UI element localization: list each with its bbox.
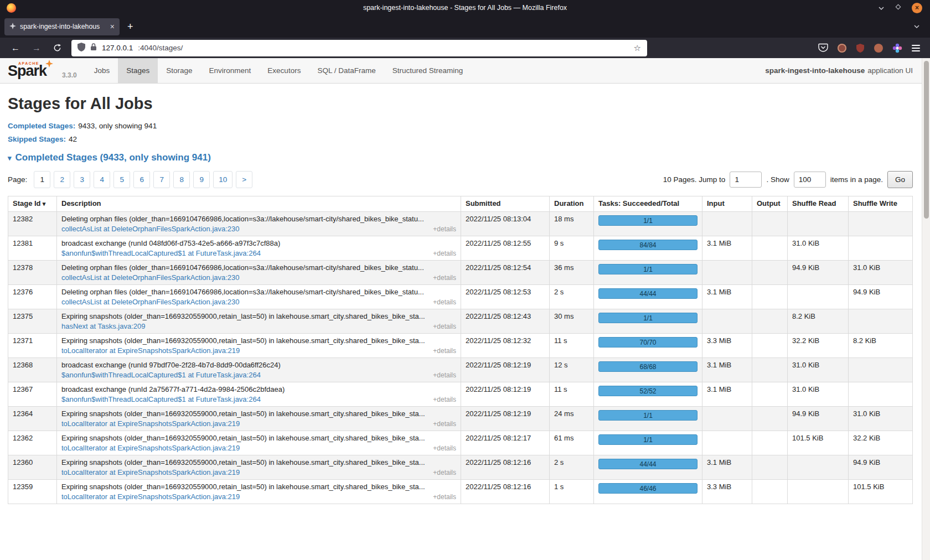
page-button-2[interactable]: 2 [54,171,70,188]
page-size-input[interactable] [794,172,826,188]
tab-close-icon[interactable]: × [110,22,115,31]
reload-icon[interactable] [48,44,67,52]
close-button[interactable]: × [912,3,922,13]
menu-icon[interactable] [912,45,920,51]
sort-desc-icon: ▾ [41,200,46,207]
stage-callsite-link[interactable]: $anonfun$withThreadLocalCaptured$1 at Fu… [61,395,261,403]
spark-logo[interactable]: APACHE Spark [7,58,62,83]
stage-callsite-link[interactable]: hasNext at Tasks.java:209 [61,322,146,330]
details-toggle[interactable]: +details [433,396,456,403]
table-row: 12368 broadcast exchange (runId 97bdf70e… [8,358,913,382]
duration-cell: 12 s [550,358,594,382]
output-cell [752,382,788,407]
minimize-button[interactable] [878,3,885,13]
stage-callsite-link[interactable]: collectAsList at DeleteOrphanFilesSparkA… [61,273,240,282]
page-button-9[interactable]: 9 [193,171,210,188]
maximize-button[interactable] [895,3,902,13]
stage-description: Deleting orphan files (older_than=166910… [61,215,456,223]
column-header-duration[interactable]: Duration [550,196,594,212]
tasks-progress-bar: 52/52 [598,386,698,396]
page-button-10[interactable]: 10 [213,171,232,188]
forward-button[interactable]: → [27,43,46,53]
details-toggle[interactable]: +details [433,420,456,428]
next-page-button[interactable]: > [236,171,252,188]
bookmark-star-icon[interactable]: ☆ [634,43,641,53]
column-header-shuffle-write[interactable]: Shuffle Write [849,196,913,212]
stage-callsite-link[interactable]: toLocalIterator at ExpireSnapshotsSparkA… [61,419,240,428]
column-header-stage-id[interactable]: Stage Id ▾ [8,196,57,212]
stage-callsite-link[interactable]: collectAsList at DeleteOrphanFilesSparkA… [61,225,240,233]
extension-pinwheel-icon[interactable] [892,43,902,53]
account-avatar-icon[interactable] [838,44,846,53]
lock-icon[interactable] [90,43,97,53]
back-button[interactable]: ← [6,43,25,53]
nav-item-sql-dataframe[interactable]: SQL / DataFrame [309,58,384,83]
stage-callsite-link[interactable]: toLocalIterator at ExpireSnapshotsSparkA… [61,468,240,476]
nav-item-environment[interactable]: Environment [201,58,260,83]
list-all-tabs-icon[interactable] [913,24,926,29]
go-button[interactable]: Go [887,171,913,188]
completed-stages-summary: Completed Stages:9433, only showing 941 [8,122,913,130]
pocket-icon[interactable] [818,43,828,53]
nav-item-jobs[interactable]: Jobs [86,58,118,83]
output-cell [752,455,788,480]
output-cell [752,334,788,358]
column-header-tasks-succeeded-total[interactable]: Tasks: Succeeded/Total [594,196,702,212]
details-toggle[interactable]: +details [433,250,456,257]
shuffle-write-cell [849,358,913,382]
description-cell: broadcast exchange (runId 2a75677f-a771-… [57,382,461,407]
details-toggle[interactable]: +details [433,444,456,452]
details-toggle[interactable]: +details [433,298,456,306]
page-button-1[interactable]: 1 [34,171,50,188]
details-toggle[interactable]: +details [433,225,456,233]
adblock-shield-icon[interactable] [856,44,865,53]
page-button-6[interactable]: 6 [133,171,150,188]
details-toggle[interactable]: +details [433,347,456,355]
nav-item-storage[interactable]: Storage [158,58,200,83]
scrollbar-thumb[interactable] [924,61,929,219]
input-cell: 3.1 MiB [702,455,752,480]
stage-callsite-link[interactable]: $anonfun$withThreadLocalCaptured$1 at Fu… [61,249,261,257]
column-header-shuffle-read[interactable]: Shuffle Read [788,196,849,212]
completed-stages-section-toggle[interactable]: ▾ Completed Stages (9433, only showing 9… [8,152,913,163]
stage-callsite-link[interactable]: collectAsList at DeleteOrphanFilesSparkA… [61,298,240,306]
scrollbar-track[interactable] [922,58,930,560]
stage-id-cell: 12378 [8,261,57,285]
output-cell [752,236,788,261]
profile-avatar-icon[interactable] [874,44,883,53]
shuffle-write-cell: 31.0 KiB [849,261,913,285]
jump-page-input[interactable] [730,172,762,188]
browser-tab[interactable]: spark-ingest-into-lakehous × [4,18,120,35]
details-toggle[interactable]: +details [433,493,456,501]
shuffle-read-cell: 94.9 KiB [788,407,849,431]
tracking-shield-icon[interactable] [78,43,85,54]
page-button-7[interactable]: 7 [153,171,170,188]
stage-id-cell: 12382 [8,212,57,236]
completed-stages-link[interactable]: Completed Stages: [8,122,75,130]
stage-callsite-link[interactable]: toLocalIterator at ExpireSnapshotsSparkA… [61,492,240,501]
column-header-submitted[interactable]: Submitted [461,196,550,212]
new-tab-button[interactable]: + [123,21,138,33]
input-cell [702,407,752,431]
nav-item-structured-streaming[interactable]: Structured Streaming [384,58,472,83]
output-cell [752,285,788,309]
details-toggle[interactable]: +details [433,323,456,330]
stage-callsite-link[interactable]: toLocalIterator at ExpireSnapshotsSparkA… [61,444,240,452]
stage-callsite-link[interactable]: $anonfun$withThreadLocalCaptured$1 at Fu… [61,371,261,379]
stage-callsite-link[interactable]: toLocalIterator at ExpireSnapshotsSparkA… [61,346,240,355]
page-button-3[interactable]: 3 [74,171,90,188]
page-button-8[interactable]: 8 [173,171,190,188]
details-toggle[interactable]: +details [433,469,456,476]
nav-item-executors[interactable]: Executors [259,58,309,83]
page-button-4[interactable]: 4 [94,171,110,188]
column-header-input[interactable]: Input [702,196,752,212]
column-header-output[interactable]: Output [752,196,788,212]
nav-item-stages[interactable]: Stages [118,58,158,83]
column-header-description[interactable]: Description [57,196,461,212]
page-button-5[interactable]: 5 [113,171,130,188]
details-toggle[interactable]: +details [433,274,456,282]
skipped-stages-link[interactable]: Skipped Stages: [8,135,66,143]
window-titlebar: spark-ingest-into-lakehouse - Stages for… [0,0,930,15]
details-toggle[interactable]: +details [433,371,456,379]
url-bar[interactable]: 127.0.0.1:4040/stages/ ☆ [71,40,647,56]
